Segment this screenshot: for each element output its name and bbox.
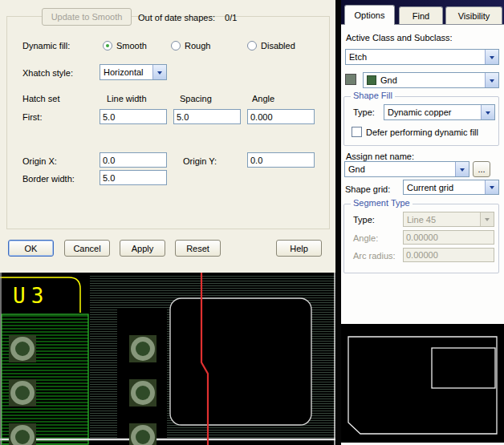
shape-fill-group: Shape Fill Type: Dynamic copper Defer pe… [343, 96, 499, 146]
chevron-down-icon[interactable] [455, 162, 469, 176]
shape-options-dialog: Update to Smooth Out of date shapes: 0/1… [0, 0, 335, 273]
first-angle-input[interactable] [247, 109, 315, 124]
chevron-down-icon[interactable] [485, 73, 498, 87]
segment-type-title: Segment Type [351, 198, 413, 208]
origin-y-label: Origin Y: [183, 156, 217, 166]
hatch-set-header: Hatch set [22, 94, 59, 103]
tab-find[interactable]: Find [399, 6, 443, 24]
refdes-text: U3 [13, 284, 49, 308]
assign-net-name-label: Assign net name: [346, 152, 414, 161]
pad [129, 423, 156, 445]
defer-dynamic-fill-label[interactable]: Defer performing dynamic fill [366, 127, 478, 137]
line-width-header: Line width [107, 94, 147, 103]
net-browse-button[interactable]: ... [473, 161, 490, 177]
help-button[interactable]: Help [276, 240, 322, 257]
radio-rough-label[interactable]: Rough [185, 41, 210, 51]
xhatch-style-label: Xhatch style: [22, 68, 73, 78]
out-of-date-label: Out of date shapes: [138, 13, 215, 22]
segment-angle-label: Angle: [353, 233, 378, 243]
chevron-down-icon[interactable] [485, 180, 498, 194]
chevron-down-icon[interactable] [485, 50, 498, 64]
cancel-button[interactable]: Cancel [64, 240, 110, 257]
radio-disabled-label[interactable]: Disabled [261, 41, 295, 51]
net-name-value: Gnd [345, 162, 455, 176]
world-view-svg [341, 324, 504, 443]
segment-type-label: Type: [353, 215, 375, 225]
segment-type-group: Segment Type Type: Line 45 Angle: Arc ra… [343, 204, 499, 273]
shape-grid-label: Shape grid: [345, 184, 390, 194]
segment-type-dropdown: Line 45 [403, 212, 494, 227]
net-name-dropdown[interactable]: Gnd [344, 161, 469, 177]
application-window: Update to Smooth Out of date shapes: 0/1… [0, 0, 504, 445]
pcb-canvas[interactable]: U3 [0, 273, 337, 445]
shape-fill-title: Shape Fill [351, 91, 395, 100]
fill-type-dropdown[interactable]: Dynamic copper [384, 104, 495, 120]
radio-smooth[interactable] [103, 41, 112, 51]
pad [9, 379, 36, 407]
radio-disabled[interactable] [247, 41, 257, 51]
angle-header: Angle [252, 94, 274, 103]
subclass-value-wrap: Gnd [364, 73, 485, 87]
fill-type-value: Dynamic copper [384, 105, 481, 119]
segment-type-value: Line 45 [404, 212, 480, 226]
class-color-swatch[interactable] [345, 74, 356, 85]
xhatch-style-dropdown[interactable]: Horizontal [100, 64, 167, 80]
pad-column-right [129, 335, 156, 445]
arc-radius-label: Arc radius: [353, 251, 396, 261]
origin-x-input[interactable] [100, 152, 167, 168]
ok-button[interactable]: OK [8, 240, 54, 257]
pad [129, 379, 156, 407]
defer-dynamic-fill-checkbox[interactable] [352, 127, 362, 137]
spacing-header: Spacing [180, 94, 212, 103]
first-row-label: First: [22, 112, 42, 122]
origin-y-input[interactable] [247, 152, 315, 168]
shape-grid-value: Current grid [404, 180, 485, 194]
tab-visibility[interactable]: Visibility [445, 6, 502, 24]
fill-type-label: Type: [353, 107, 375, 117]
shape-void-outline [170, 298, 311, 425]
update-to-smooth-button: Update to Smooth [42, 8, 132, 26]
radio-selected-dot [106, 44, 109, 47]
pad [129, 335, 156, 362]
world-view-background [341, 324, 504, 443]
radio-rough[interactable] [171, 41, 181, 51]
apply-button[interactable]: Apply [120, 240, 165, 257]
shape-grid-dropdown[interactable]: Current grid [403, 180, 499, 195]
segment-angle-input [403, 230, 494, 245]
pcb-canvas-svg: U3 [0, 273, 337, 445]
class-value: Etch [346, 50, 485, 64]
arc-radius-input [403, 248, 494, 262]
chevron-down-icon[interactable] [152, 65, 166, 79]
subclass-dropdown[interactable]: Gnd [363, 72, 499, 88]
origin-x-label: Origin X: [22, 156, 57, 166]
reset-button[interactable]: Reset [175, 240, 221, 257]
xhatch-style-value: Horizontal [100, 65, 152, 79]
world-view[interactable] [341, 324, 504, 443]
first-line-width-input[interactable] [100, 109, 167, 124]
pad [9, 335, 36, 362]
tab-options[interactable]: Options [344, 5, 395, 25]
pad [9, 423, 36, 445]
border-width-input[interactable] [100, 170, 167, 185]
subclass-value: Gnd [380, 75, 397, 85]
first-spacing-input[interactable] [173, 109, 241, 124]
pad-column-left [9, 335, 36, 445]
border-width-label: Border width: [22, 174, 75, 184]
class-dropdown[interactable]: Etch [345, 49, 499, 65]
subclass-color-swatch [367, 75, 376, 85]
chevron-down-icon [480, 212, 494, 226]
out-of-date-value: 0/1 [225, 13, 237, 22]
dynamic-fill-label: Dynamic fill: [22, 41, 70, 51]
chevron-down-icon[interactable] [481, 105, 494, 119]
active-class-label: Active Class and Subclass: [346, 33, 453, 42]
radio-smooth-label[interactable]: Smooth [116, 41, 147, 51]
